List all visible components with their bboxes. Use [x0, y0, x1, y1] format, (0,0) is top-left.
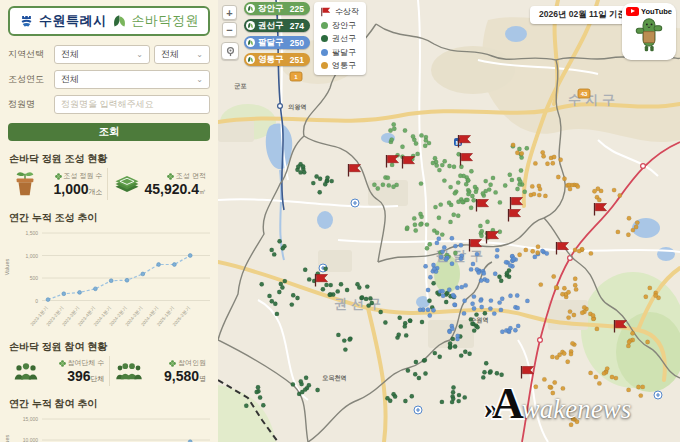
- garden-count-value: 1,000: [53, 181, 88, 197]
- garden-dot: [493, 272, 497, 276]
- dashboard: 수원특례시 손바닥정원 지역선택 전체 ⌄ 전체 ⌄ 조성연도: [0, 0, 680, 442]
- flower-icon: [167, 173, 174, 180]
- garden-dot: [483, 311, 487, 315]
- garden-dot: [597, 198, 601, 202]
- garden-dot: [458, 174, 462, 178]
- garden-dot: [290, 302, 294, 306]
- garden-dot: [582, 305, 586, 309]
- youtube-play-icon: [626, 7, 639, 16]
- badge-count: 274: [290, 21, 304, 31]
- district-badge-3[interactable]: 팔달구250: [244, 36, 310, 49]
- people-count-stat: 참여인원 9,580명: [109, 356, 211, 386]
- garden-dot: [450, 400, 454, 404]
- garden-dot: [428, 275, 432, 279]
- garden-dot: [417, 376, 421, 380]
- garden-dot: [256, 385, 260, 389]
- garden-dot: [504, 260, 508, 264]
- garden-dot: [472, 294, 476, 298]
- search-button[interactable]: 조회: [8, 123, 210, 141]
- legend-dot: [321, 49, 328, 56]
- zoom-in-button[interactable]: +: [222, 5, 237, 20]
- garden-dot: [420, 320, 424, 324]
- garden-dot: [499, 308, 503, 312]
- garden-dot: [567, 183, 571, 187]
- garden-dot: [510, 178, 514, 182]
- garden-name-input[interactable]: 정원명을 입력해주세요: [54, 95, 210, 114]
- garden-dot: [552, 274, 556, 278]
- garden-dot: [485, 279, 489, 283]
- garden-dot: [516, 324, 520, 328]
- garden-dot: [438, 355, 442, 359]
- garden-dot: [437, 237, 441, 241]
- garden-dot: [570, 341, 574, 345]
- flower-icon: [55, 173, 62, 180]
- people-count-unit: 명: [199, 375, 206, 382]
- flower-icon: [169, 360, 176, 367]
- garden-dot: [500, 330, 504, 334]
- garden-dot: [418, 212, 422, 216]
- garden-dot: [495, 371, 499, 375]
- garden-dot: [472, 306, 476, 310]
- garden-dot: [419, 133, 423, 137]
- garden-dot: [618, 193, 622, 197]
- garden-dot: [385, 396, 389, 400]
- filter-form: 지역선택 전체 ⌄ 전체 ⌄ 조성연도 전체 ⌄ 정원명: [8, 45, 210, 114]
- garden-dot: [508, 294, 512, 298]
- garden-dot: [376, 186, 380, 190]
- region-select-1[interactable]: 전체 ⌄: [54, 45, 150, 64]
- garden-dot: [301, 164, 305, 168]
- garden-dot: [439, 255, 443, 259]
- garden-dot: [403, 399, 407, 403]
- district-badge-2[interactable]: 권선구274: [244, 19, 310, 32]
- org-count-value: 396: [67, 368, 90, 384]
- garden-dot: [605, 366, 609, 370]
- garden-dot: [488, 306, 492, 310]
- garden-dot: [435, 163, 439, 167]
- garden-dot: [568, 187, 572, 191]
- garden-dot: [540, 249, 544, 253]
- garden-dot: [595, 327, 599, 331]
- zoom-out-button[interactable]: −: [222, 22, 237, 37]
- garden-dot: [475, 252, 479, 256]
- garden-dot: [336, 333, 340, 337]
- garden-dot: [475, 325, 479, 329]
- district-badge-4[interactable]: 영통구251: [244, 53, 310, 66]
- badge-count: 250: [290, 38, 304, 48]
- garden-dot: [515, 293, 519, 297]
- garden-dot: [450, 262, 454, 266]
- map-label: 오목천역: [322, 374, 347, 382]
- garden-dot: [551, 161, 555, 165]
- region-select-2[interactable]: 전체 ⌄: [154, 45, 210, 64]
- garden-dot: [562, 286, 566, 290]
- garden-dot: [435, 231, 439, 235]
- garden-dot: [512, 257, 516, 261]
- garden-dot: [379, 310, 383, 314]
- youtube-link-card[interactable]: YouTube: [622, 3, 676, 60]
- creation-chart-title: 연간 누적 조성 추이: [9, 211, 209, 225]
- garden-dot: [472, 198, 476, 202]
- garden-dot: [517, 253, 521, 257]
- garden-dot: [545, 162, 549, 166]
- my-location-button[interactable]: [221, 42, 239, 60]
- garden-dot: [477, 270, 481, 274]
- garden-dot: [255, 390, 259, 394]
- garden-dot: [474, 312, 478, 316]
- garden-dot: [431, 308, 435, 312]
- garden-dot: [472, 328, 476, 332]
- district-badge-1[interactable]: 장안구225: [244, 2, 310, 15]
- garden-dot: [571, 417, 575, 421]
- garden-dot: [525, 299, 529, 303]
- garden-dot: [511, 143, 515, 147]
- garden-dot: [418, 222, 422, 226]
- garden-dot: [418, 308, 422, 312]
- brand-title: 손바닥정원: [132, 12, 200, 30]
- garden-dot: [616, 230, 620, 234]
- garden-dot: [491, 176, 495, 180]
- map-canvas[interactable]: M 수지구권선구팔달구의왕역오목천역수원역군포431 + − 장안구225권선구…: [218, 0, 680, 442]
- garden-dot: [551, 391, 555, 395]
- svg-text:Values: Values: [4, 435, 10, 442]
- year-select[interactable]: 전체 ⌄: [54, 70, 210, 89]
- garden-dot: [541, 154, 545, 158]
- garden-dot: [453, 244, 457, 248]
- garden-dot: [261, 403, 265, 407]
